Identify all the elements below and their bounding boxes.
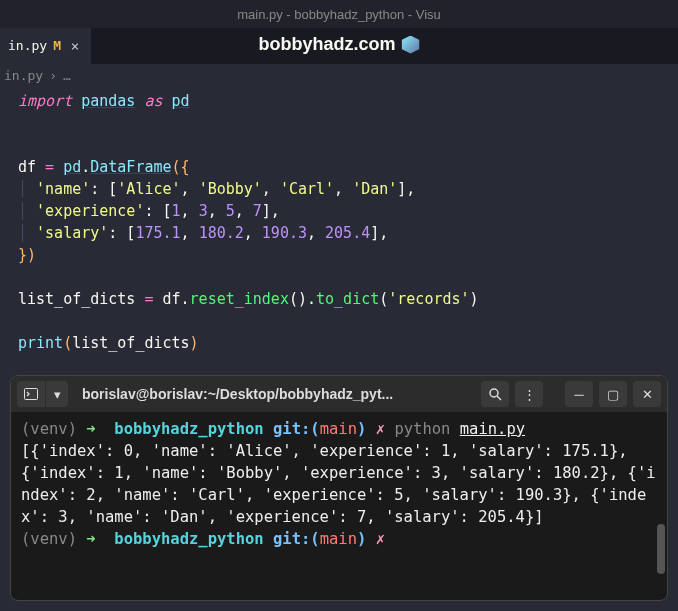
tab-main-py[interactable]: in.py M ×: [0, 28, 91, 64]
code-line: import pandas as pd: [18, 90, 678, 112]
code-line: [18, 266, 678, 288]
terminal-scrollbar[interactable]: [657, 418, 665, 594]
svg-rect-0: [25, 389, 38, 400]
code-line: │ 'name': ['Alice', 'Bobby', 'Carl', 'Da…: [18, 178, 678, 200]
maximize-button[interactable]: ▢: [599, 381, 627, 407]
close-icon[interactable]: ×: [67, 38, 83, 54]
terminal-body[interactable]: (venv) ➜ bobbyhadz_python git:(main) ✗ p…: [11, 412, 667, 600]
tab-modified-badge: M: [53, 38, 61, 53]
code-line: [18, 134, 678, 156]
tab-label: in.py: [8, 38, 47, 53]
maximize-icon: ▢: [607, 387, 619, 402]
breadcrumb[interactable]: in.py › …: [0, 64, 678, 86]
code-line: │ 'salary': [175.1, 180.2, 190.3, 205.4]…: [18, 222, 678, 244]
scrollbar-thumb[interactable]: [657, 524, 665, 574]
code-line: }): [18, 244, 678, 266]
tab-row: in.py M × bobbyhadz.com: [0, 28, 678, 64]
minimize-icon: ─: [574, 387, 583, 402]
terminal-icon: [24, 388, 38, 400]
code-line: df = pd.DataFrame({: [18, 156, 678, 178]
new-tab-button[interactable]: [17, 381, 45, 407]
cube-icon: [402, 36, 420, 54]
code-line: [18, 112, 678, 134]
svg-point-1: [490, 389, 498, 397]
close-icon: ✕: [642, 387, 653, 402]
close-button[interactable]: ✕: [633, 381, 661, 407]
menu-button[interactable]: ⋮: [515, 381, 543, 407]
overlay-watermark: bobbyhadz.com: [258, 34, 419, 55]
window-title-bar: main.py - bobbyhadz_python - Visu: [0, 0, 678, 28]
search-button[interactable]: [481, 381, 509, 407]
code-line: list_of_dicts = df.reset_index().to_dict…: [18, 288, 678, 310]
breadcrumb-more[interactable]: …: [63, 68, 71, 83]
search-icon: [488, 387, 502, 401]
terminal-output: [{'index': 0, 'name': 'Alice', 'experien…: [21, 442, 656, 526]
breadcrumb-file[interactable]: in.py: [4, 68, 43, 83]
terminal-panel: ▾ borislav@borislav:~/Desktop/bobbyhadz_…: [10, 375, 668, 601]
code-line: │ 'experience': [1, 3, 5, 7],: [18, 200, 678, 222]
kebab-icon: ⋮: [523, 387, 536, 402]
overlay-text: bobbyhadz.com: [258, 34, 395, 55]
terminal-title: borislav@borislav:~/Desktop/bobbyhadz_py…: [74, 386, 475, 402]
code-line: print(list_of_dicts): [18, 332, 678, 354]
chevron-down-icon: ▾: [54, 387, 61, 402]
new-tab-split: ▾: [17, 381, 68, 407]
minimize-button[interactable]: ─: [565, 381, 593, 407]
code-line: [18, 310, 678, 332]
window-title: main.py - bobbyhadz_python - Visu: [237, 7, 441, 22]
terminal-header: ▾ borislav@borislav:~/Desktop/bobbyhadz_…: [11, 376, 667, 412]
chevron-right-icon: ›: [49, 68, 57, 83]
code-editor[interactable]: import pandas as pd df = pd.DataFrame({ …: [0, 86, 678, 364]
svg-line-2: [497, 396, 501, 400]
new-tab-dropdown[interactable]: ▾: [46, 381, 68, 407]
